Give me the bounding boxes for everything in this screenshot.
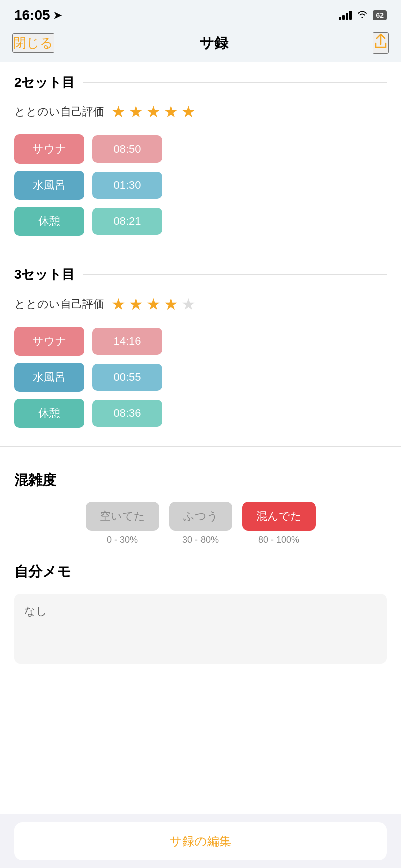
edit-button[interactable]: サ録の編集 (14, 822, 387, 860)
set-3-stars: ★ ★ ★ ★ ★ (111, 295, 196, 314)
memo-label: 自分メモ (14, 562, 387, 582)
share-button[interactable] (373, 32, 389, 54)
star-5: ★ (181, 102, 196, 121)
set-2-rating: ととのい自己評価 ★ ★ ★ ★ ★ (14, 102, 387, 121)
congestion-label: 混雑度 (14, 471, 387, 490)
status-bar: 16:05 ➤ 62 (0, 0, 401, 27)
sauna-label-3: サウナ (14, 327, 84, 356)
header: 閉じる サ録 (0, 27, 401, 62)
section-divider-2 (83, 274, 387, 275)
star-2: ★ (129, 295, 143, 314)
set-2-title: 2セット目 (14, 74, 75, 91)
congestion-btn-normal[interactable]: ふつう (169, 502, 232, 531)
set-2-stars: ★ ★ ★ ★ ★ (111, 102, 196, 121)
set-3-title: 3セット目 (14, 266, 75, 283)
edit-section: サ録の編集 (0, 814, 401, 868)
set-3-sauna-row: サウナ 14:16 (14, 327, 387, 356)
set-3-header: 3セット目 (14, 266, 387, 283)
set-3-activities: サウナ 14:16 水風呂 00:55 休憩 08:36 (14, 327, 387, 428)
rating-label: ととのい自己評価 (14, 104, 104, 119)
set-3-section: 3セット目 ととのい自己評価 ★ ★ ★ ★ ★ サウナ 14:16 水風呂 0… (0, 254, 401, 428)
star-3: ★ (146, 102, 161, 121)
rest-label-3: 休憩 (14, 399, 84, 428)
congestion-options: 空いてた 0 - 30% ふつう 30 - 80% 混んでた 80 - 100% (14, 502, 387, 545)
time-display: 16:05 (14, 7, 50, 23)
memo-value: なし (24, 605, 47, 617)
star-3: ★ (146, 295, 161, 314)
star-4: ★ (164, 295, 178, 314)
set-2-section: 2セット目 ととのい自己評価 ★ ★ ★ ★ ★ サウナ 08:50 水風呂 0… (0, 62, 401, 236)
congestion-section: 混雑度 空いてた 0 - 30% ふつう 30 - 80% 混んでた 80 - … (0, 459, 401, 562)
set-2-rest-row: 休憩 08:21 (14, 207, 387, 236)
memo-box: なし (14, 594, 387, 664)
congestion-btn-empty[interactable]: 空いてた (86, 502, 159, 531)
sauna-label: サウナ (14, 134, 84, 164)
congestion-range-2: 80 - 100% (258, 535, 299, 545)
set-2-header: 2セット目 (14, 74, 387, 91)
section-divider (83, 82, 387, 83)
star-5-empty: ★ (181, 295, 196, 314)
congestion-range-1: 30 - 80% (182, 535, 219, 545)
water-time: 01:30 (92, 172, 162, 199)
set-3-water-row: 水風呂 00:55 (14, 363, 387, 392)
signal-icon (339, 11, 352, 20)
congestion-option-1: ふつう 30 - 80% (169, 502, 232, 545)
close-button[interactable]: 閉じる (12, 33, 54, 53)
congestion-option-2: 混んでた 80 - 100% (242, 502, 316, 545)
wifi-icon (357, 10, 368, 21)
star-1: ★ (111, 102, 126, 121)
water-label: 水風呂 (14, 171, 84, 200)
set-2-water-row: 水風呂 01:30 (14, 171, 387, 200)
set-3-rest-row: 休憩 08:36 (14, 399, 387, 428)
set-3-rating: ととのい自己評価 ★ ★ ★ ★ ★ (14, 295, 387, 314)
rest-time: 08:21 (92, 208, 162, 235)
battery-indicator: 62 (373, 10, 387, 20)
status-time: 16:05 ➤ (14, 7, 62, 23)
congestion-range-0: 0 - 30% (107, 535, 138, 545)
congestion-option-0: 空いてた 0 - 30% (86, 502, 159, 545)
water-label-3: 水風呂 (14, 363, 84, 392)
location-icon: ➤ (53, 9, 62, 21)
congestion-btn-busy[interactable]: 混んでた (242, 502, 316, 531)
memo-section: 自分メモ なし (0, 562, 401, 676)
star-2: ★ (129, 102, 143, 121)
set-2-sauna-row: サウナ 08:50 (14, 134, 387, 164)
rest-label: 休憩 (14, 207, 84, 236)
set-2-activities: サウナ 08:50 水風呂 01:30 休憩 08:21 (14, 134, 387, 236)
star-4: ★ (164, 102, 178, 121)
rest-time-3: 08:36 (92, 400, 162, 427)
status-icons: 62 (339, 10, 387, 21)
star-1: ★ (111, 295, 126, 314)
main-content: 2セット目 ととのい自己評価 ★ ★ ★ ★ ★ サウナ 08:50 水風呂 0… (0, 62, 401, 814)
main-divider (0, 446, 401, 447)
rating-label-3: ととのい自己評価 (14, 297, 104, 312)
page-title: サ録 (199, 34, 228, 53)
sauna-time: 08:50 (92, 135, 162, 163)
sauna-time-3: 14:16 (92, 328, 162, 355)
water-time-3: 00:55 (92, 364, 162, 391)
